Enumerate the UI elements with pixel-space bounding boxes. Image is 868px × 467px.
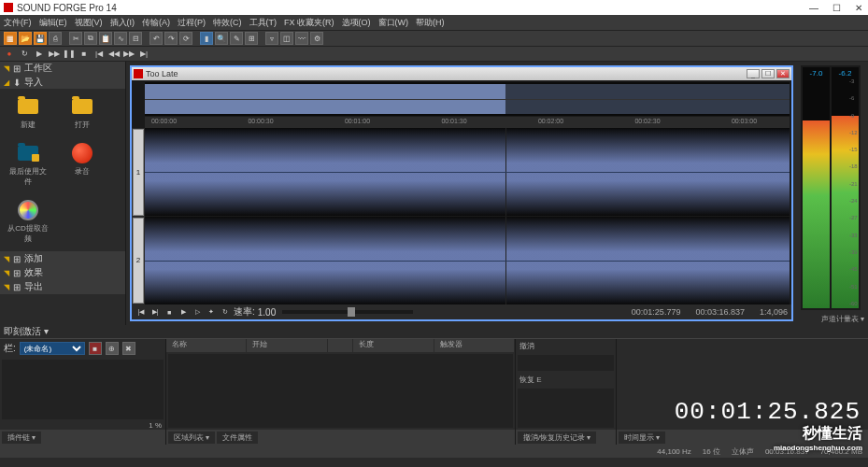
magnify-tool-button[interactable]: 🔍 bbox=[215, 32, 228, 45]
open-file-button[interactable]: 📂 bbox=[19, 32, 32, 45]
region-list-area[interactable] bbox=[168, 354, 513, 428]
redo-header[interactable]: 恢复 E bbox=[516, 373, 616, 387]
mini-stop-button[interactable]: ■ bbox=[164, 306, 175, 318]
watermark: 秒懂生活 miaodongshenghuo.com bbox=[774, 424, 862, 452]
channel-1-label[interactable]: 1 bbox=[133, 129, 144, 216]
pause-button[interactable]: ❚❚ bbox=[64, 49, 75, 60]
mini-loop-button[interactable]: ↻ bbox=[220, 306, 231, 318]
save-as-button[interactable]: ⎙ bbox=[49, 32, 62, 45]
overview-bar[interactable] bbox=[145, 82, 790, 116]
select-tool-button[interactable]: ▮ bbox=[200, 32, 213, 45]
menu-window[interactable]: 窗口(W) bbox=[378, 17, 409, 29]
menu-insert[interactable]: 插入(I) bbox=[110, 17, 135, 29]
time-ruler[interactable]: 00:00:00 00:00:30 00:01:00 00:01:30 00:0… bbox=[145, 117, 790, 128]
chain-insert-button[interactable]: ⊕ bbox=[106, 342, 119, 355]
go-end-button[interactable]: ▶| bbox=[138, 49, 149, 60]
undo-header[interactable]: 撤消 bbox=[516, 339, 616, 353]
col-name[interactable]: 名称 bbox=[166, 339, 247, 352]
new-file-button[interactable]: ▦ bbox=[4, 32, 17, 45]
chain-add-button[interactable]: ■ bbox=[89, 342, 102, 355]
marker-button[interactable]: ▿ bbox=[265, 32, 278, 45]
undo-button[interactable]: ↶ bbox=[149, 32, 163, 45]
waveform-ch1[interactable] bbox=[145, 128, 790, 216]
paste-button[interactable]: 📋 bbox=[99, 32, 112, 45]
channel-2-label[interactable]: 2 bbox=[133, 218, 144, 304]
open-project-button[interactable]: 打开 bbox=[62, 96, 103, 130]
region-button[interactable]: ◫ bbox=[280, 32, 293, 45]
mini-go-end-button[interactable]: ▶| bbox=[149, 306, 161, 318]
menu-transport[interactable]: 传输(A) bbox=[142, 17, 170, 29]
wave-max-button[interactable]: ☐ bbox=[761, 69, 775, 78]
col-start[interactable]: 开始 bbox=[247, 339, 327, 352]
meters-title[interactable]: 声道计量表 ▾ bbox=[799, 312, 868, 325]
mini-scrub-button[interactable]: ▷ bbox=[192, 306, 203, 318]
cut-button[interactable]: ✂ bbox=[69, 32, 82, 45]
menu-fx-fav[interactable]: FX 收藏夹(R) bbox=[284, 17, 334, 29]
minimize-button[interactable]: — bbox=[808, 3, 819, 13]
record-button[interactable]: ● bbox=[4, 49, 15, 60]
wave-close-button[interactable]: ✕ bbox=[776, 69, 790, 78]
rate-slider[interactable] bbox=[282, 310, 413, 314]
region-list-tab[interactable]: 区域列表 ▾ bbox=[168, 432, 215, 444]
menu-tools[interactable]: 工具(T) bbox=[249, 17, 277, 29]
save-button[interactable]: 💾 bbox=[34, 32, 47, 45]
field-select[interactable]: (未命名) bbox=[20, 342, 85, 355]
undo-history-tab[interactable]: 撤消/恢复历史记录 ▾ bbox=[518, 432, 596, 444]
undo-list[interactable] bbox=[518, 355, 614, 371]
misc-button[interactable]: ⚙ bbox=[310, 32, 323, 45]
close-button[interactable]: ✕ bbox=[853, 3, 864, 13]
fast-activate-header[interactable]: 即刻激活 ▾ bbox=[0, 325, 868, 338]
waveform-ch2[interactable] bbox=[145, 217, 790, 304]
export-header[interactable]: ◥⊞导出 bbox=[0, 280, 125, 293]
playhead[interactable] bbox=[505, 217, 506, 304]
plugin-chain-area[interactable] bbox=[2, 360, 164, 419]
import-header[interactable]: ◢⬇导入 bbox=[0, 76, 125, 89]
menu-options[interactable]: 选项(O) bbox=[342, 17, 371, 29]
add-header[interactable]: ◥⊞添加 bbox=[0, 252, 125, 265]
file-props-tab[interactable]: 文件属性 bbox=[217, 432, 258, 444]
mini-go-start-button[interactable]: |◀ bbox=[135, 306, 147, 318]
event-tool-button[interactable]: ⊞ bbox=[245, 32, 258, 45]
pencil-tool-button[interactable]: ✎ bbox=[230, 32, 243, 45]
menu-view[interactable]: 视图(V) bbox=[75, 17, 103, 29]
menu-file[interactable]: 文件(F) bbox=[4, 17, 32, 29]
redo-list[interactable] bbox=[518, 389, 614, 428]
time-display-tab[interactable]: 时间显示 ▾ bbox=[619, 432, 665, 444]
mini-tool-button[interactable]: ✦ bbox=[206, 306, 217, 318]
extract-cd-button[interactable]: 从CD提取音频 bbox=[7, 200, 49, 244]
effects-header[interactable]: ◥⊞效果 bbox=[0, 266, 125, 279]
menu-process[interactable]: 过程(P) bbox=[178, 17, 206, 29]
stop-button[interactable]: ■ bbox=[78, 49, 90, 60]
maximize-button[interactable]: ☐ bbox=[831, 3, 842, 13]
menu-effects[interactable]: 特效(C) bbox=[213, 17, 242, 29]
col-length[interactable]: 长度 bbox=[353, 339, 434, 352]
go-start-button[interactable]: |◀ bbox=[93, 49, 105, 60]
copy-button[interactable]: ⧉ bbox=[84, 32, 97, 45]
forward-button[interactable]: ▶▶ bbox=[123, 49, 135, 60]
wave-min-button[interactable]: _ bbox=[747, 69, 760, 78]
col-trigger[interactable]: 触发器 bbox=[434, 339, 515, 352]
status-bar: 44,100 Hz 16 位 立体声 00:03:16.837 70,460.2… bbox=[0, 445, 868, 458]
play-button[interactable]: ▶ bbox=[34, 49, 45, 60]
workspace-header[interactable]: ◥⊞工作区 bbox=[0, 62, 125, 75]
new-project-button[interactable]: 新建 bbox=[7, 96, 49, 130]
record-audio-button[interactable]: 录音 bbox=[62, 143, 103, 187]
loop-button[interactable]: ↻ bbox=[19, 49, 30, 60]
wave-title-bar[interactable]: Too Late _ ☐ ✕ bbox=[132, 67, 791, 80]
playhead[interactable] bbox=[505, 128, 506, 216]
rewind-button[interactable]: ◀◀ bbox=[108, 49, 120, 60]
recent-files-button[interactable]: 最后使用文件 bbox=[7, 143, 49, 187]
trim-button[interactable]: ⊟ bbox=[129, 32, 142, 45]
chain-remove-button[interactable]: ✖ bbox=[122, 342, 135, 355]
chevron-right-icon: ◥ bbox=[4, 283, 9, 291]
envelope-button[interactable]: 〰 bbox=[295, 32, 308, 45]
main-toolbar: ▦ 📂 💾 ⎙ ✂ ⧉ 📋 ∿ ⊟ ↶ ↷ ⟳ ▮ 🔍 ✎ ⊞ ▿ ◫ 〰 ⚙ bbox=[0, 30, 868, 47]
mix-button[interactable]: ∿ bbox=[114, 32, 127, 45]
menu-edit[interactable]: 编辑(E) bbox=[39, 17, 67, 29]
menu-help[interactable]: 帮助(H) bbox=[416, 17, 445, 29]
mini-play-button[interactable]: ▶ bbox=[178, 306, 189, 318]
play-all-button[interactable]: ▶▶ bbox=[49, 49, 60, 60]
repeat-button[interactable]: ⟳ bbox=[179, 32, 192, 45]
redo-button[interactable]: ↷ bbox=[164, 32, 178, 45]
plugin-chain-tab[interactable]: 插件链 ▾ bbox=[2, 432, 41, 444]
